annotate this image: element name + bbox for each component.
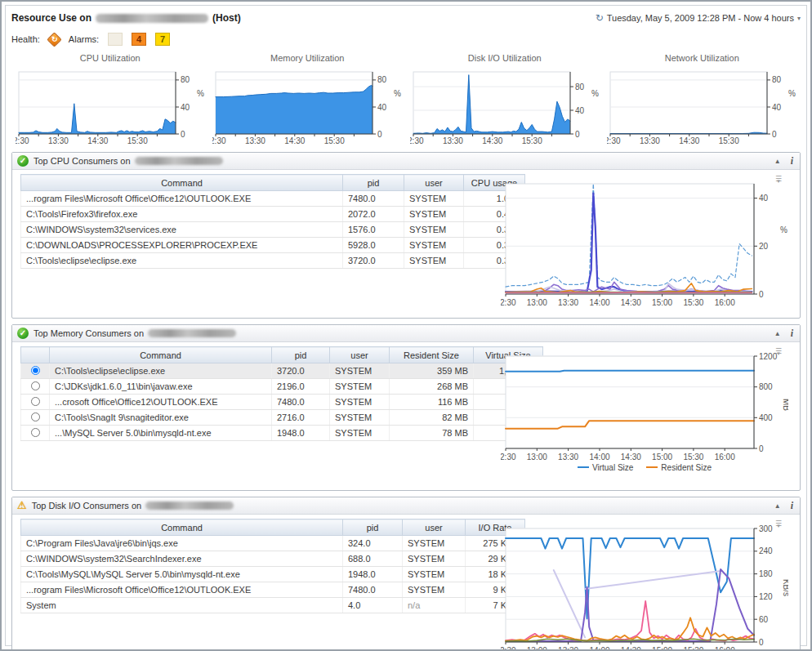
column-header-pid[interactable]: pid bbox=[343, 175, 404, 191]
chart-options-icon[interactable]: ☰▾ bbox=[775, 520, 782, 528]
cell-user: SYSTEM bbox=[330, 379, 390, 395]
cell-user: SYSTEM bbox=[404, 207, 464, 222]
cell-user: n/a bbox=[403, 598, 466, 613]
svg-text:15:30: 15:30 bbox=[324, 136, 345, 145]
collapse-panel-icon[interactable]: ▲ bbox=[774, 158, 781, 165]
cell-command: C:\WINDOWS\system32\services.exe bbox=[21, 222, 343, 238]
cell-command: ...crosoft Office\Office12\OUTLOOK.EXE bbox=[50, 395, 272, 410]
top-disk-io-consumers-body: CommandpiduserI/O RateC:\Program Files\J… bbox=[12, 515, 800, 651]
table-row[interactable]: C:\Program Files\Java\jre6\bin\jqs.exe32… bbox=[21, 536, 525, 551]
svg-text:14:30: 14:30 bbox=[680, 136, 700, 145]
table-row[interactable]: C:\WINDOWS\system32\services.exe1576.0SY… bbox=[21, 222, 525, 238]
table-row[interactable]: ...\MySQL Server 5.0\bin\mysqld-nt.exe19… bbox=[21, 426, 543, 441]
cpu-consumers-chart-area: ☰▾ 02040%12:3013:0013:3014:0014:3015:001… bbox=[496, 174, 793, 314]
timezone-icon: ↻ bbox=[596, 12, 604, 24]
svg-text:13:30: 13:30 bbox=[558, 646, 578, 651]
alarm-count-caution[interactable]: 7 bbox=[155, 33, 170, 46]
row-select-radio[interactable] bbox=[31, 428, 40, 437]
table-row[interactable]: System4.0n/a7 KB/s bbox=[21, 598, 525, 613]
cell-pid: 2716.0 bbox=[272, 410, 330, 426]
table-row[interactable]: C:\Tools\SnagIt 9\snagiteditor.exe2716.0… bbox=[21, 410, 543, 426]
cell-user: SYSTEM bbox=[404, 238, 464, 253]
chart-options-icon[interactable]: ☰▾ bbox=[775, 348, 782, 355]
svg-text:20: 20 bbox=[759, 242, 769, 251]
table-row[interactable]: C:\WINDOWS\system32\SearchIndexer.exe688… bbox=[21, 551, 525, 567]
column-header-pid[interactable]: pid bbox=[343, 519, 403, 536]
alarms-label: Alarms: bbox=[69, 34, 99, 44]
legend-entry: Resident Size bbox=[646, 463, 712, 472]
table-row[interactable]: C:\JDKs\jdk1.6.0_11\bin\javaw.exe2196.0S… bbox=[21, 379, 543, 395]
info-icon[interactable]: i bbox=[791, 328, 793, 340]
column-header-user[interactable]: user bbox=[403, 519, 466, 536]
chart-options-icon[interactable]: ☰▾ bbox=[775, 176, 782, 183]
table-row[interactable]: C:\Tools\eclipse\eclipse.exe3720.0SYSTEM… bbox=[21, 363, 543, 379]
svg-text:14:30: 14:30 bbox=[482, 136, 502, 145]
top-cpu-consumers-panel: ✓ Top CPU Consumers on ▲ i Commandpiduse… bbox=[11, 152, 801, 319]
svg-text:40: 40 bbox=[377, 103, 387, 112]
svg-text:16:00: 16:00 bbox=[715, 646, 735, 651]
column-header-user[interactable]: user bbox=[404, 175, 464, 191]
disk-utilization-sparkline: 04080%12:3013:3014:3015:30 bbox=[410, 68, 600, 146]
redacted-hostname bbox=[148, 329, 236, 337]
column-header-command[interactable]: Command bbox=[21, 519, 343, 536]
cell-pid: 1948.0 bbox=[272, 426, 330, 441]
svg-text:13:30: 13:30 bbox=[245, 136, 265, 145]
disk-io-consumers-chart-area: ☰▾ 060120180240300KB/s12:3013:0013:3014:… bbox=[496, 519, 793, 651]
alarm-count-warning[interactable]: 4 bbox=[132, 33, 146, 46]
row-select-radio[interactable] bbox=[31, 412, 40, 421]
table-row[interactable]: C:\DOWNLOADS\PROCESSEXPLORER\PROCEXP.EXE… bbox=[21, 238, 525, 253]
table-header-row: CommandpiduserCPU usage bbox=[21, 175, 525, 191]
svg-text:14:30: 14:30 bbox=[87, 136, 108, 145]
svg-text:0: 0 bbox=[575, 130, 580, 139]
table-row[interactable]: ...crosoft Office\Office12\OUTLOOK.EXE74… bbox=[21, 395, 543, 410]
column-header-pid[interactable]: pid bbox=[272, 347, 330, 363]
memory-consumers-table: CommandpiduserResident SizeVirtual SizeC… bbox=[20, 346, 543, 441]
redacted-hostname bbox=[135, 157, 223, 165]
network-utilization-title: Network Utilization bbox=[665, 53, 739, 63]
column-header-command[interactable]: Command bbox=[50, 347, 272, 363]
memory-utilization-sparkline: 04080%12:3013:3014:3015:30 bbox=[212, 68, 402, 146]
svg-text:14:30: 14:30 bbox=[621, 298, 641, 307]
row-select-cell bbox=[21, 410, 50, 426]
health-label: Health: bbox=[11, 34, 40, 44]
cell-command: ...rogram Files\Microsoft Office\Office1… bbox=[21, 191, 343, 207]
svg-text:15:30: 15:30 bbox=[683, 453, 703, 461]
table-row[interactable]: C:\Tools\MySQL\MySQL Server 5.0\bin\mysq… bbox=[21, 567, 525, 582]
svg-text:240: 240 bbox=[759, 546, 773, 555]
memory-consumers-chart-area: ☰▾ 04008001200MB12:3013:0013:3014:0014:3… bbox=[496, 346, 793, 487]
svg-text:15:30: 15:30 bbox=[127, 136, 147, 145]
collapse-panel-icon[interactable]: ▲ bbox=[774, 330, 781, 337]
table-row[interactable]: ...rogram Files\Microsoft Office\Office1… bbox=[21, 582, 525, 598]
column-header-resident-size[interactable]: Resident Size bbox=[390, 347, 474, 363]
svg-text:40: 40 bbox=[575, 106, 585, 115]
cell-user: SYSTEM bbox=[404, 191, 464, 207]
alarm-count-normal[interactable] bbox=[108, 33, 123, 46]
health-warning-icon[interactable]: ↻ bbox=[47, 32, 61, 47]
svg-text:12:30: 12:30 bbox=[212, 136, 226, 145]
time-range-selector[interactable]: ↻ Tuesday, May 5, 2009 12:28 PM - Now 4 … bbox=[596, 12, 801, 24]
page-title: Resource Use on (Host) bbox=[11, 12, 241, 24]
svg-text:180: 180 bbox=[759, 569, 773, 578]
svg-text:15:30: 15:30 bbox=[719, 136, 739, 145]
column-header-command[interactable]: Command bbox=[21, 175, 343, 191]
table-row[interactable]: C:\Tools\eclipse\eclipse.exe3720.0SYSTEM… bbox=[21, 253, 525, 269]
info-icon[interactable]: i bbox=[791, 155, 793, 167]
page-title-suffix: (Host) bbox=[212, 12, 241, 24]
svg-text:12:30: 12:30 bbox=[501, 453, 516, 461]
svg-text:14:30: 14:30 bbox=[285, 136, 306, 145]
top-disk-io-consumers-header: ⚠ Top Disk I/O Consumers on ▲ i bbox=[12, 497, 800, 515]
table-row[interactable]: ...rogram Files\Microsoft Office\Office1… bbox=[21, 191, 525, 207]
svg-text:MB: MB bbox=[782, 399, 788, 411]
info-icon[interactable]: i bbox=[791, 500, 793, 512]
table-row[interactable]: C:\Tools\Firefox3\firefox.exe2072.0SYSTE… bbox=[21, 207, 525, 222]
row-select-radio[interactable] bbox=[31, 381, 40, 390]
row-select-radio[interactable] bbox=[31, 397, 40, 406]
collapse-panel-icon[interactable]: ▲ bbox=[774, 502, 781, 510]
memory-chart-legend: Virtual SizeResident Size bbox=[578, 463, 712, 472]
cell-user: SYSTEM bbox=[403, 536, 466, 551]
top-cpu-consumers-body: CommandpiduserCPU usage...rogram Files\M… bbox=[12, 170, 800, 318]
cell-command: C:\Tools\SnagIt 9\snagiteditor.exe bbox=[50, 410, 272, 426]
row-select-radio[interactable] bbox=[31, 366, 40, 375]
memory-consumers-chart: 04008001200MB12:3013:0013:3014:0014:3015… bbox=[501, 350, 788, 462]
column-header-user[interactable]: user bbox=[330, 347, 390, 363]
